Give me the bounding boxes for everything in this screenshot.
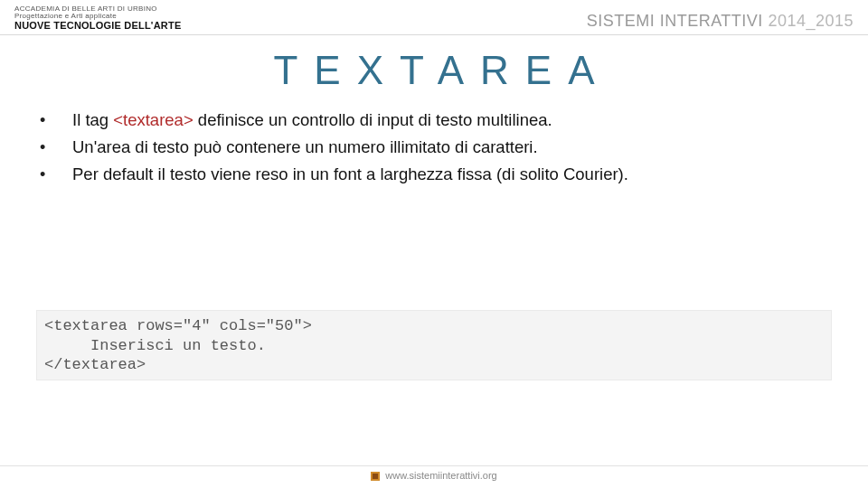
bullet-text-pre: Per default il testo viene reso in un fo… [72, 164, 628, 183]
bullet-dot-icon: • [36, 164, 72, 185]
bullet-list: • Il tag <textarea> definisce un control… [0, 109, 868, 185]
bullet-text: Un'area di testo può contenere un numero… [72, 136, 538, 158]
bullet-dot-icon: • [36, 109, 72, 131]
slide-footer: www.sistemiinterattivi.org [0, 465, 868, 481]
list-item: • Un'area di testo può contenere un nume… [36, 136, 832, 158]
bullet-dot-icon: • [36, 136, 72, 158]
code-line: <textarea rows="4" cols="50"> [44, 317, 312, 334]
svg-rect-1 [373, 474, 378, 479]
header-left-block: ACCADEMIA DI BELLE ARTI DI URBINO Proget… [14, 5, 181, 31]
header-right-block: SISTEMI INTERATTIVI 2014_2015 [587, 12, 854, 31]
code-example: <textarea rows="4" cols="50"> Inserisci … [36, 310, 832, 380]
bullet-text-pre: Un'area di testo può contenere un numero… [72, 137, 538, 156]
program-name: NUOVE TECNOLOGIE DELL'ARTE [14, 21, 181, 32]
bullet-text-post: definisce un controllo di input di testo… [193, 110, 552, 129]
list-item: • Il tag <textarea> definisce un control… [36, 109, 832, 131]
code-line: </textarea> [44, 356, 146, 373]
code-line: Inserisci un testo. [44, 337, 266, 354]
bullet-text-pre: Il tag [72, 110, 113, 129]
slide-header: ACCADEMIA DI BELLE ARTI DI URBINO Proget… [0, 0, 868, 35]
bullet-text: Il tag <textarea> definisce un controllo… [72, 109, 552, 131]
site-favicon-icon [371, 472, 380, 481]
slide-title: TEXTAREA [0, 48, 868, 93]
footer-site-url: www.sistemiinterattivi.org [385, 470, 496, 481]
course-name: SISTEMI INTERATTIVI [587, 12, 763, 30]
list-item: • Per default il testo viene reso in un … [36, 164, 832, 185]
bullet-text: Per default il testo viene reso in un fo… [72, 164, 628, 185]
bullet-text-tag: <textarea> [113, 110, 193, 129]
course-years: 2014_2015 [768, 12, 854, 30]
